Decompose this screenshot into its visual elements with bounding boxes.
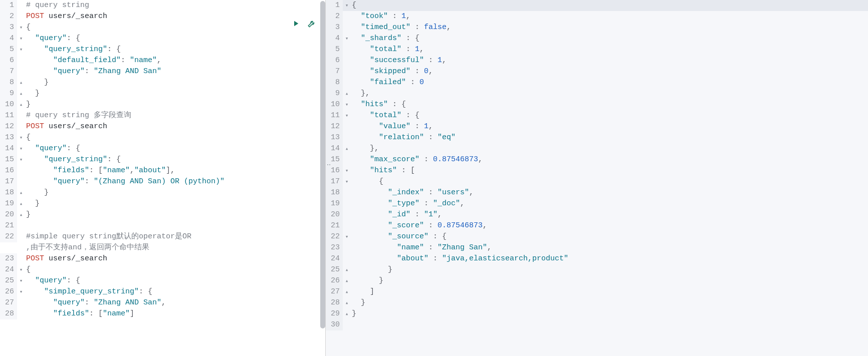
code-content[interactable]: "default_field": "name", bbox=[25, 55, 325, 66]
code-line[interactable]: 26▴ } bbox=[326, 275, 868, 286]
fold-toggle-icon[interactable]: ▴ bbox=[17, 198, 25, 209]
fold-toggle-icon[interactable]: ▴ bbox=[343, 308, 351, 319]
code-line[interactable]: 15 "max_score" : 0.87546873, bbox=[326, 154, 868, 165]
code-content[interactable]: { bbox=[25, 264, 325, 275]
code-line[interactable]: 19▴ } bbox=[0, 198, 325, 209]
code-content[interactable]: } bbox=[351, 297, 868, 308]
code-line[interactable]: 16▾ "hits" : [ bbox=[326, 165, 868, 176]
code-line[interactable]: 25▴ } bbox=[326, 264, 868, 275]
code-content[interactable]: # query string 多字段查询 bbox=[25, 110, 325, 121]
code-line[interactable]: 12POST users/_search bbox=[0, 121, 325, 132]
code-content[interactable]: "hits" : [ bbox=[351, 165, 868, 176]
code-content[interactable]: "_id" : "1", bbox=[351, 209, 868, 220]
response-viewer-pane[interactable]: ⋮ 1▾{2 "took" : 1,3 "timed_out" : false,… bbox=[326, 0, 868, 356]
fold-toggle-icon[interactable]: ▴ bbox=[17, 99, 25, 110]
code-content[interactable]: "failed" : 0 bbox=[351, 77, 868, 88]
fold-toggle-icon[interactable]: ▴ bbox=[17, 77, 25, 88]
code-line[interactable]: 21 bbox=[0, 220, 325, 231]
code-content[interactable]: "query": { bbox=[25, 143, 325, 154]
code-content[interactable]: "max_score" : 0.87546873, bbox=[351, 154, 868, 165]
code-line[interactable]: 12 "value" : 1, bbox=[326, 121, 868, 132]
splitter-handle[interactable]: ⋮ bbox=[326, 161, 331, 169]
code-content[interactable]: }, bbox=[351, 88, 868, 99]
code-content[interactable]: "query": { bbox=[25, 33, 325, 44]
code-content[interactable]: "_source" : { bbox=[351, 231, 868, 242]
code-line[interactable]: 24▾{ bbox=[0, 264, 325, 275]
code-line[interactable]: 25▾ "query": { bbox=[0, 275, 325, 286]
code-line[interactable]: 9▴ } bbox=[0, 88, 325, 99]
fold-toggle-icon[interactable]: ▴ bbox=[343, 297, 351, 308]
code-content[interactable]: "_score" : 0.87546873, bbox=[351, 220, 868, 231]
code-line[interactable]: 2POST users/_search bbox=[0, 11, 325, 22]
code-line[interactable]: 20▴} bbox=[0, 209, 325, 220]
code-line[interactable]: 5▾ "query_string": { bbox=[0, 44, 325, 55]
code-line[interactable]: 11# query string 多字段查询 bbox=[0, 110, 325, 121]
code-line[interactable]: 26▾ "simple_query_string": { bbox=[0, 286, 325, 297]
code-content[interactable]: } bbox=[25, 88, 325, 99]
request-editor-pane[interactable]: 1# query string2POST users/_search3▾{4▾ … bbox=[0, 0, 326, 356]
code-line[interactable]: 8▴ } bbox=[0, 77, 325, 88]
code-content[interactable]: "simple_query_string": { bbox=[25, 286, 325, 297]
code-line[interactable]: 17▾ { bbox=[326, 176, 868, 187]
fold-toggle-icon[interactable]: ▾ bbox=[17, 132, 25, 143]
code-content[interactable]: "_type" : "_doc", bbox=[351, 198, 868, 209]
code-line[interactable]: 14▾ "query": { bbox=[0, 143, 325, 154]
fold-toggle-icon[interactable]: ▾ bbox=[343, 99, 351, 110]
code-content[interactable]: { bbox=[25, 22, 325, 33]
code-content[interactable]: } bbox=[25, 209, 325, 220]
code-line[interactable]: 20 "_id" : "1", bbox=[326, 209, 868, 220]
code-content[interactable]: "successful" : 1, bbox=[351, 55, 868, 66]
code-line[interactable]: 22#simple query string默认的operator是OR ,由于… bbox=[0, 231, 325, 253]
fold-toggle-icon[interactable]: ▾ bbox=[17, 44, 25, 55]
code-line[interactable]: 3▾{ bbox=[0, 22, 325, 33]
code-content[interactable]: "timed_out" : false, bbox=[351, 22, 868, 33]
code-content[interactable]: "about" : "java,elasticsearch,product" bbox=[351, 253, 868, 264]
code-line[interactable]: 10▴} bbox=[0, 99, 325, 110]
code-line[interactable]: 3 "timed_out" : false, bbox=[326, 22, 868, 33]
code-line[interactable]: 18 "_index" : "users", bbox=[326, 187, 868, 198]
code-content[interactable]: "took" : 1, bbox=[351, 11, 868, 22]
code-content[interactable]: # query string bbox=[25, 0, 325, 11]
code-line[interactable]: 23 "name" : "Zhang San", bbox=[326, 242, 868, 253]
fold-toggle-icon[interactable]: ▾ bbox=[343, 0, 351, 11]
code-line[interactable]: 16 "fields": ["name","about"], bbox=[0, 165, 325, 176]
code-content[interactable]: "total" : 1, bbox=[351, 44, 868, 55]
fold-toggle-icon[interactable]: ▾ bbox=[17, 264, 25, 275]
code-line[interactable]: 15▾ "query_string": { bbox=[0, 154, 325, 165]
fold-toggle-icon[interactable]: ▾ bbox=[343, 176, 351, 187]
code-content[interactable]: } bbox=[25, 198, 325, 209]
code-content[interactable]: } bbox=[351, 275, 868, 286]
code-line[interactable]: 4▾ "_shards" : { bbox=[326, 33, 868, 44]
fold-toggle-icon[interactable]: ▴ bbox=[343, 275, 351, 286]
code-content[interactable]: "query": "Zhang AND San" bbox=[25, 66, 325, 77]
wrench-icon[interactable] bbox=[307, 19, 316, 28]
code-content[interactable]: }, bbox=[351, 143, 868, 154]
code-line[interactable]: 6 "default_field": "name", bbox=[0, 55, 325, 66]
code-content[interactable]: "value" : 1, bbox=[351, 121, 868, 132]
code-content[interactable]: "hits" : { bbox=[351, 99, 868, 110]
code-line[interactable]: 21 "_score" : 0.87546873, bbox=[326, 220, 868, 231]
code-content[interactable]: "name" : "Zhang San", bbox=[351, 242, 868, 253]
code-content[interactable]: "query_string": { bbox=[25, 44, 325, 55]
fold-toggle-icon[interactable]: ▾ bbox=[343, 33, 351, 44]
code-content[interactable]: #simple query string默认的operator是OR ,由于不支… bbox=[25, 231, 325, 253]
code-line[interactable]: 9▴ }, bbox=[326, 88, 868, 99]
fold-toggle-icon[interactable]: ▾ bbox=[17, 33, 25, 44]
code-line[interactable]: 27 "query": "Zhang AND San", bbox=[0, 297, 325, 308]
fold-toggle-icon[interactable]: ▾ bbox=[343, 231, 351, 242]
code-line[interactable]: 8 "failed" : 0 bbox=[326, 77, 868, 88]
code-content[interactable]: POST users/_search bbox=[25, 253, 325, 264]
fold-toggle-icon[interactable]: ▴ bbox=[343, 286, 351, 297]
code-content[interactable]: "_index" : "users", bbox=[351, 187, 868, 198]
code-content[interactable]: } bbox=[351, 264, 868, 275]
fold-toggle-icon[interactable]: ▾ bbox=[17, 143, 25, 154]
fold-toggle-icon[interactable]: ▾ bbox=[343, 165, 351, 176]
code-content[interactable]: } bbox=[351, 308, 868, 319]
code-content[interactable]: "skipped" : 0, bbox=[351, 66, 868, 77]
code-line[interactable]: 24 "about" : "java,elasticsearch,product… bbox=[326, 253, 868, 264]
scrollbar-vertical[interactable] bbox=[320, 1, 325, 328]
code-content[interactable]: { bbox=[25, 132, 325, 143]
fold-toggle-icon[interactable]: ▴ bbox=[343, 143, 351, 154]
code-content[interactable]: "total" : { bbox=[351, 110, 868, 121]
code-content[interactable]: } bbox=[25, 99, 325, 110]
